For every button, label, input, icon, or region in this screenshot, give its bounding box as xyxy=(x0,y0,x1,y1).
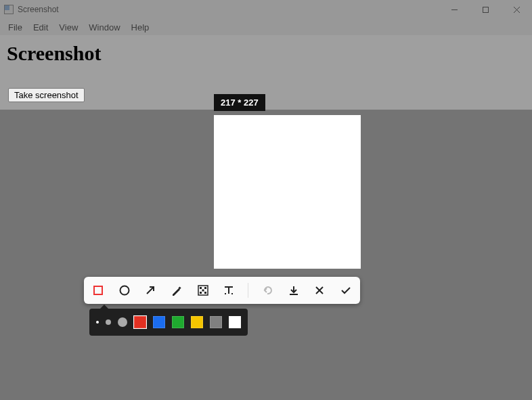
svg-rect-4 xyxy=(94,286,102,294)
color-swatch-gray[interactable] xyxy=(210,316,222,328)
tool-options-bar xyxy=(89,309,248,336)
arrow-tool[interactable] xyxy=(143,283,158,298)
color-swatch-white[interactable] xyxy=(229,316,241,328)
svg-line-6 xyxy=(147,287,154,294)
brush-size-medium[interactable] xyxy=(106,319,111,325)
svg-rect-10 xyxy=(204,287,206,289)
color-swatch-yellow[interactable] xyxy=(191,316,203,328)
svg-rect-14 xyxy=(225,286,226,288)
svg-rect-13 xyxy=(204,292,206,294)
brush-size-small[interactable] xyxy=(96,321,99,324)
annotation-toolbar xyxy=(84,277,360,304)
page-title: Screenshot xyxy=(7,42,101,65)
svg-point-5 xyxy=(120,286,129,295)
ellipse-tool[interactable] xyxy=(117,283,132,298)
svg-rect-12 xyxy=(200,292,202,294)
undo-button[interactable] xyxy=(260,283,275,298)
svg-rect-9 xyxy=(200,287,202,289)
take-screenshot-button[interactable]: Take screenshot xyxy=(8,88,85,102)
brush-size-large[interactable] xyxy=(118,317,127,327)
svg-rect-17 xyxy=(231,293,233,294)
save-button[interactable] xyxy=(286,283,301,298)
svg-rect-15 xyxy=(231,286,233,288)
svg-rect-16 xyxy=(225,293,226,294)
text-tool[interactable] xyxy=(222,283,237,298)
mosaic-tool[interactable] xyxy=(196,283,210,298)
color-swatch-blue[interactable] xyxy=(153,316,165,328)
color-swatch-green[interactable] xyxy=(172,316,184,328)
color-swatch-red[interactable] xyxy=(134,316,146,328)
svg-rect-11 xyxy=(202,290,204,292)
selection-size-badge: 217 * 227 xyxy=(214,94,265,111)
rectangle-tool[interactable] xyxy=(91,283,106,298)
pencil-tool[interactable] xyxy=(169,283,184,298)
selection-area[interactable] xyxy=(214,115,361,269)
confirm-button[interactable] xyxy=(338,283,353,298)
cancel-button[interactable] xyxy=(313,283,328,298)
toolbar-separator xyxy=(248,283,248,298)
